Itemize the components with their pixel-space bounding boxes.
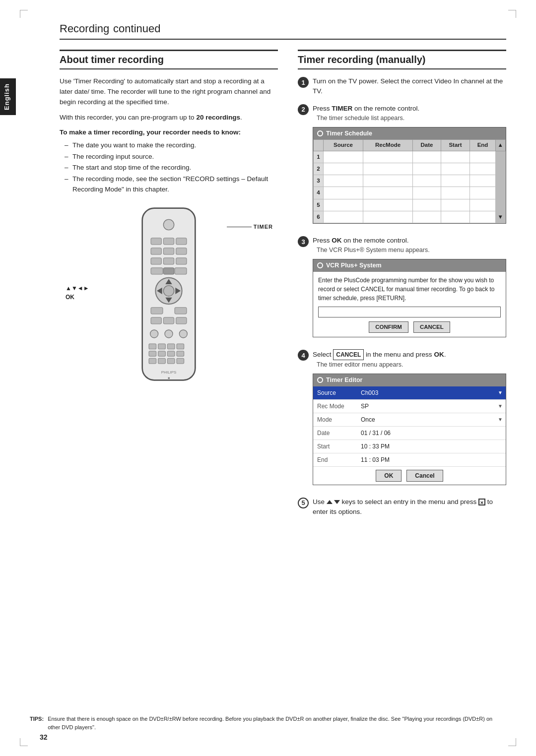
te-ok-button[interactable]: OK [376,470,402,482]
col-header-source: Source [324,140,363,151]
te-value-mode: Once ▼ [358,413,506,426]
svg-rect-28 [149,344,156,349]
bullet-section: To make a timer recording, your recorder… [60,128,278,195]
svg-rect-21 [175,308,187,314]
svg-rect-36 [149,359,156,364]
svg-rect-12 [163,268,174,274]
tips-label: TIPS: [30,715,44,731]
svg-rect-39 [177,359,184,364]
step-3-sub: The VCR Plus+® System menu appears. [317,246,506,255]
step-4-num: 4 [298,350,309,361]
svg-rect-33 [158,351,166,357]
svg-rect-34 [167,351,175,357]
svg-rect-23 [163,317,174,324]
te-label-date: Date [313,427,358,440]
ok-bold-2: OK [434,351,444,358]
step-4-content: Select CANCEL in the menu and press OK. … [313,349,506,490]
te-label-start: Start [313,440,358,453]
down-triangle [334,500,340,504]
te-circle-icon [317,377,323,383]
svg-rect-5 [151,248,161,254]
te-row-source: Source Ch003 ▼ [313,386,506,400]
step-3: 3 Press OK on the remote control. The VC… [298,236,506,342]
vcr-plus-box: VCR Plus+ System Enter the PlusCode prog… [313,259,506,337]
te-value-end: 11 : 03 PM [358,453,506,466]
step-2-content: Press TIMER on the remote control. The t… [313,104,506,229]
table-row: 4 [314,187,506,199]
te-label-mode: Mode [313,413,358,426]
svg-point-26 [165,330,173,338]
timer-editor-title: Timer Editor [326,376,362,385]
timer-schedule-box: Timer Schedule Source RecMode Date Start [313,127,506,224]
list-item: The recording input source. [65,152,278,162]
svg-rect-7 [176,248,187,254]
te-value-source: Ch003 ▼ [358,386,506,399]
svg-point-25 [150,330,158,338]
ok-bold: OK [332,237,341,244]
up-triangle [327,500,333,504]
step-5: 5 Use keys to select an entry in the men… [298,497,506,517]
table-row: 3 [314,175,506,187]
left-body-para1: Use 'Timer Recording' to automatically s… [60,76,278,108]
timer-schedule-table: Source RecMode Date Start End ▲ 1 [313,139,506,223]
svg-rect-2 [151,238,161,245]
svg-rect-9 [163,258,174,264]
timer-editor-title-bar: Timer Editor [313,374,506,386]
menu-circle-icon [317,130,323,136]
svg-rect-32 [149,351,156,357]
step-5-content: Use keys to select an entry in the menu … [313,497,506,517]
timer-label-group: TIMER [227,224,273,234]
timer-label: TIMER [254,224,273,230]
table-row: 2 [314,163,506,175]
remote-illustration: PHILIPS ■ TIMER ▲▼◄► OK [60,205,278,390]
vcr-plus-title: VCR Plus+ System [326,261,382,270]
step-1-num: 1 [298,77,309,88]
confirm-button[interactable]: CONFIRM [369,321,408,333]
step-3-num: 3 [298,236,309,247]
arrows-ok-group: ▲▼◄► OK [66,285,89,301]
svg-rect-38 [167,359,175,364]
vcr-plus-text: Enter the PlusCode programming number fo… [318,277,495,302]
list-item: The recording mode, see the section "REC… [65,174,278,195]
remote-svg: PHILIPS ■ [129,205,208,390]
svg-point-27 [179,330,187,338]
te-row-mode: Mode Once ▼ [313,413,506,427]
svg-rect-10 [176,258,187,264]
tips-bar: TIPS: Ensure that there is enough space … [30,715,506,731]
timer-bold: TIMER [332,105,352,112]
recordings-bold: 20 recordings [196,114,240,121]
timer-editor-box: Timer Editor Source Ch003 ▼ Rec [313,374,506,485]
step-2: 2 Press TIMER on the remote control. The… [298,104,506,229]
vcr-plus-input[interactable] [318,307,501,317]
svg-text:PHILIPS: PHILIPS [161,370,177,375]
timer-schedule-title-bar: Timer Schedule [313,127,506,140]
left-section-heading: About timer recording [60,50,278,69]
step-1: 1 Turn on the TV power. Select the corre… [298,76,506,97]
list-item: The start and stop time of the recording… [65,163,278,173]
col-header-date: Date [413,140,441,151]
step-4-sub: The timer editor menu appears. [317,360,506,370]
te-cancel-button[interactable]: Cancel [406,470,443,482]
te-row-end: End 11 : 03 PM [313,453,506,467]
step-4: 4 Select CANCEL in the menu and press OK… [298,349,506,490]
svg-rect-29 [158,344,166,349]
cancel-button[interactable]: CANCEL [413,321,450,333]
col-header-end: End [470,140,495,151]
table-row: 6▼ [314,211,506,223]
svg-rect-11 [151,268,163,274]
svg-rect-24 [176,317,187,324]
svg-point-15 [163,286,174,296]
te-arrow-recmode: ▼ [498,402,503,410]
vcr-plus-buttons: CONFIRM CANCEL [318,321,501,333]
ok-label: OK [66,294,89,301]
col-header-recmode: RecMode [363,140,412,151]
col-header-scroll: ▲ [495,140,505,151]
left-body-para2: With this recorder, you can pre-program … [60,113,278,123]
svg-rect-8 [151,258,161,264]
table-row: 5 [314,199,506,211]
page-title: Recording continued [60,20,506,40]
te-arrow-mode: ▼ [498,416,503,423]
svg-rect-13 [175,268,187,274]
te-row-date: Date 01 / 31 / 06 [313,427,506,440]
col-header-start: Start [441,140,470,151]
